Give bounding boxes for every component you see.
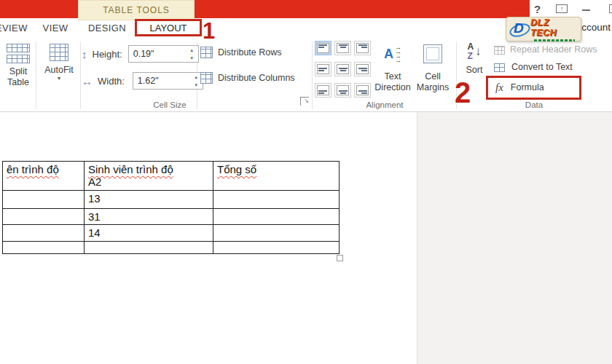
autofit-caret-icon: ▾	[42, 76, 76, 82]
cell-margins-label-2: Margins	[414, 82, 452, 93]
table-cell[interactable]	[213, 242, 340, 254]
repeat-header-rows-label: Repeat Header Rows	[510, 44, 597, 55]
cell-size-group-label: Cell Size	[131, 100, 208, 110]
document-background-panel	[417, 112, 612, 364]
align-center-right-button[interactable]	[354, 62, 371, 76]
distribute-rows-label: Distribute Rows	[218, 47, 282, 58]
table-cell[interactable]	[3, 209, 85, 225]
data-group-label: Data	[498, 100, 570, 110]
cell-margins-icon	[414, 42, 452, 66]
cell-margins-button[interactable]: Cell Margins	[414, 42, 452, 93]
split-table-button[interactable]: Split Table	[2, 44, 34, 88]
spin-up-icon[interactable]: ▲	[189, 48, 194, 52]
table-cell[interactable]	[3, 225, 85, 242]
annotation-step-1: 1	[203, 20, 215, 42]
formula-button[interactable]: fx Formula	[486, 76, 581, 100]
table-cell[interactable]	[3, 242, 85, 254]
sort-label: Sort	[460, 65, 488, 76]
table-cell[interactable]: 13	[85, 191, 213, 209]
spin-down-icon[interactable]: ▼	[189, 56, 194, 60]
align-bottom-right-button[interactable]	[354, 83, 371, 98]
cell-margins-label-1: Cell	[414, 71, 452, 82]
table-cell[interactable]: 31	[85, 209, 213, 225]
table-row	[3, 242, 340, 254]
tab-layout[interactable]: LAYOUT	[135, 19, 202, 36]
distribute-columns-label: Distribute Columns	[218, 73, 295, 84]
sort-icon: A Z ↓	[460, 42, 488, 61]
table-cell[interactable]	[213, 209, 340, 225]
width-spinner[interactable]: ▲ ▼	[192, 73, 201, 89]
align-top-center-button[interactable]	[334, 41, 351, 55]
distribute-rows-button[interactable]: Distribute Rows	[200, 46, 282, 59]
align-bottom-left-button[interactable]	[315, 83, 332, 98]
split-table-icon	[2, 44, 34, 63]
formula-label: Formula	[511, 82, 544, 93]
titlebar-red-right	[195, 0, 530, 18]
logo-d-icon: D	[509, 20, 528, 39]
table-cell[interactable]	[213, 191, 340, 209]
table-resize-handle[interactable]	[337, 255, 343, 261]
distribute-columns-icon	[200, 72, 213, 84]
repeat-header-rows-icon	[494, 46, 505, 55]
height-input[interactable]: 0.19" ▲ ▼	[128, 45, 199, 63]
group-separator	[80, 41, 81, 109]
contextual-tab-header: TABLE TOOLS	[78, 0, 195, 20]
height-spinner[interactable]: ▲ ▼	[187, 46, 197, 62]
convert-to-text-button[interactable]: Convert to Text	[494, 62, 573, 73]
table-cell[interactable]: ên trình độ	[3, 162, 85, 191]
width-value: 1.62"	[138, 76, 159, 86]
word-window: TABLE TOOLS ? ↑ account D DLZ TECH REVIE…	[0, 0, 612, 364]
text-direction-icon: A →→→→	[373, 42, 412, 66]
align-center-button[interactable]	[334, 62, 351, 76]
distribute-rows-icon	[200, 47, 213, 58]
tab-layout-label: LAYOUT	[149, 23, 187, 33]
help-icon[interactable]: ?	[534, 3, 541, 15]
repeat-header-rows-button: Repeat Header Rows	[494, 44, 597, 55]
restore-icon-partial[interactable]	[609, 4, 612, 13]
formula-fx-icon: fx	[495, 82, 503, 94]
width-label: Width:	[98, 76, 125, 87]
table-cell[interactable]: 14	[85, 225, 213, 242]
table-cell[interactable]: Tổng số	[213, 162, 340, 191]
dlz-tech-logo: D DLZ TECH	[506, 17, 581, 41]
table-tools-label: TABLE TOOLS	[103, 5, 170, 15]
titlebar-red-left	[0, 0, 78, 18]
table-row: 31	[3, 209, 340, 225]
table-cell[interactable]: Sinh viên trình độ A2	[85, 162, 213, 191]
align-top-left-button[interactable]	[315, 41, 332, 55]
logo-brand-text: DLZ TECH	[530, 17, 578, 38]
width-input[interactable]: 1.62" ▲ ▼	[133, 72, 203, 90]
split-table-label-2: Table	[2, 77, 34, 88]
table-cell[interactable]	[213, 225, 340, 242]
align-center-left-button[interactable]	[315, 62, 332, 76]
table-cell[interactable]	[85, 242, 213, 254]
tab-design[interactable]: DESIGN	[85, 18, 130, 38]
split-table-label-1: Split	[2, 66, 34, 77]
autofit-button[interactable]: AutoFit ▾	[42, 44, 76, 82]
table-row: 14	[3, 225, 340, 242]
align-top-right-button[interactable]	[354, 41, 371, 55]
group-separator	[36, 41, 36, 109]
tab-view[interactable]: VIEW	[39, 18, 71, 38]
table-header-row: ên trình độ Sinh viên trình độ A2 Tổng s…	[3, 162, 340, 191]
group-separator	[312, 41, 313, 109]
align-bottom-center-button[interactable]	[334, 83, 351, 98]
table-row: 13	[3, 191, 340, 209]
ribbon-display-options-icon[interactable]: ↑	[556, 4, 568, 13]
document-table: ên trình độ Sinh viên trình độ A2 Tổng s…	[2, 161, 340, 254]
text-direction-label-1: Text	[373, 71, 412, 82]
convert-to-text-label: Convert to Text	[511, 62, 573, 73]
convert-to-text-icon	[494, 63, 505, 72]
tab-review[interactable]: REVIEW	[0, 18, 30, 38]
alignment-group-label: Alignment	[348, 100, 421, 110]
spin-down-icon[interactable]: ▼	[194, 83, 198, 87]
text-direction-button[interactable]: A →→→→ Text Direction	[373, 42, 412, 93]
spin-up-icon[interactable]: ▲	[194, 75, 198, 79]
text-direction-label-2: Direction	[373, 82, 412, 93]
cell-size-dialog-launcher[interactable]: ↘	[300, 97, 309, 106]
minimize-icon[interactable]	[582, 9, 590, 11]
distribute-columns-button[interactable]: Distribute Columns	[200, 71, 295, 84]
column-width-icon: ↔	[82, 75, 93, 87]
table-cell[interactable]	[3, 191, 85, 209]
sort-button[interactable]: A Z ↓ Sort	[460, 42, 488, 76]
